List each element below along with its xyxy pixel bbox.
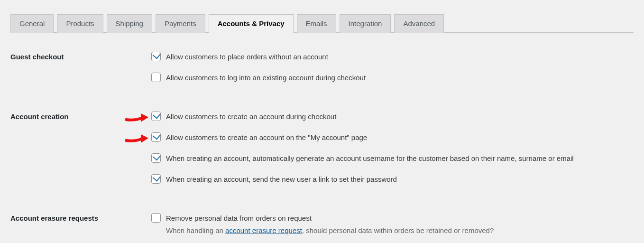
tab-products[interactable]: Products: [57, 14, 103, 33]
section-label-account-creation: Account creation: [10, 112, 151, 121]
section-account-erasure: Account erasure requests Remove personal…: [10, 213, 634, 236]
section-guest-checkout: Guest checkout Allow customers to place …: [10, 52, 634, 83]
tab-payments[interactable]: Payments: [156, 14, 205, 33]
tab-integration[interactable]: Integration: [340, 14, 391, 33]
section-account-creation: Account creation Allow customers to crea…: [10, 112, 634, 185]
section-label-account-erasure: Account erasure requests: [10, 213, 151, 222]
label-create-my-account[interactable]: Allow customers to create an account on …: [166, 132, 367, 143]
settings-tabs: GeneralProductsShippingPaymentsAccounts …: [10, 0, 634, 33]
tab-accounts[interactable]: Accounts & Privacy: [209, 14, 294, 33]
label-guest-orders[interactable]: Allow customers to place orders without …: [166, 52, 328, 62]
tab-advanced[interactable]: Advanced: [394, 14, 444, 33]
label-guest-login[interactable]: Allow customers to log into an existing …: [166, 73, 366, 83]
label-create-during-checkout[interactable]: Allow customers to create an account dur…: [166, 112, 336, 122]
tab-shipping[interactable]: Shipping: [107, 14, 152, 33]
label-remove-personal-data[interactable]: Remove personal data from orders on requ…: [166, 213, 312, 224]
checkbox-create-during-checkout[interactable]: [151, 112, 161, 121]
label-auto-username[interactable]: When creating an account, automatically …: [166, 153, 574, 164]
checkbox-create-my-account[interactable]: [151, 132, 161, 142]
annotation-arrow-icon: [125, 132, 148, 144]
tab-general[interactable]: General: [10, 14, 54, 33]
checkbox-guest-login[interactable]: [151, 73, 161, 82]
tab-emails[interactable]: Emails: [297, 14, 336, 33]
checkbox-password-link[interactable]: [151, 174, 161, 184]
label-password-link[interactable]: When creating an account, send the new u…: [166, 174, 397, 185]
checkbox-guest-orders[interactable]: [151, 52, 161, 61]
checkbox-auto-username[interactable]: [151, 153, 161, 163]
section-label-guest-checkout: Guest checkout: [10, 52, 151, 61]
erasure-description: When handling an account erasure request…: [166, 225, 634, 236]
link-account-erasure-request[interactable]: account erasure request: [225, 226, 302, 234]
checkbox-remove-personal-data[interactable]: [151, 213, 161, 223]
